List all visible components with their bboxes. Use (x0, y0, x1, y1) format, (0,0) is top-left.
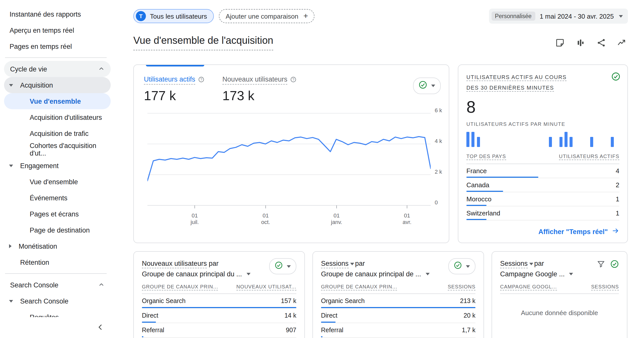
sidebar-item-acquisition-cohorts[interactable]: Cohortes d'acquisition d'ut... (4, 141, 111, 158)
share-icon[interactable] (596, 37, 606, 48)
help-icon[interactable]: ? (198, 76, 204, 84)
topbar: T Tous les utilisateurs Ajouter une comp… (116, 0, 644, 24)
data-quality-dropdown[interactable] (413, 78, 441, 94)
chevron-down-icon (569, 273, 573, 275)
card-title: Sessionspar Groupe de canaux principal d… (321, 258, 431, 279)
sidebar-item-reports-snapshot[interactable]: Instantané des rapports (0, 6, 116, 22)
row-bar (142, 336, 143, 337)
sidebar-item-monetisation[interactable]: Monétisation (4, 238, 111, 254)
sidebar-item-acquisition[interactable]: Acquisition (4, 77, 111, 93)
chevron-up-icon (99, 65, 104, 73)
filter-icon[interactable] (597, 260, 605, 270)
new-users-by-channel-card: Nouveaux utilisateurs par Groupe de cana… (133, 251, 305, 338)
row-bar (321, 336, 323, 337)
plus-icon: + (303, 12, 308, 20)
sidebar: Instantané des rapports Aperçu en temps … (0, 0, 116, 338)
minute-bar (477, 137, 480, 147)
country-bar (466, 177, 538, 178)
dimension-dropdown[interactable]: Campagne Google ... (500, 269, 574, 279)
data-quality-dropdown[interactable] (448, 258, 475, 274)
all-users-chip[interactable]: T Tous les utilisateurs (133, 9, 214, 23)
sidebar-item-realtime-pages[interactable]: Pages en temps réel (0, 38, 116, 54)
realtime-card: UTILISATEURS ACTIFS AU COURS DES 30 DERN… (458, 64, 628, 243)
bar-chart-icon[interactable] (576, 37, 586, 48)
minute-bar (570, 137, 573, 147)
country-bar (466, 205, 486, 206)
sidebar-item-acquisition-overview[interactable]: Vue d'ensemble (4, 93, 111, 109)
chevron-down-icon (247, 273, 251, 275)
metric-value: 177 k (144, 88, 204, 104)
table-row[interactable]: Direct14 k (142, 309, 296, 323)
active-tab-indicator (146, 65, 204, 66)
y-axis-tick: 0 (435, 199, 448, 205)
expand-arrow-icon (9, 84, 13, 86)
table-header: GROUPE DE CANAUX PRIN... NOUVEAUX UTILIS… (142, 284, 296, 294)
chevron-down-icon (619, 15, 623, 17)
country-bar (466, 191, 503, 192)
avatar: T (136, 11, 146, 21)
country-row[interactable]: Canada2 (466, 178, 619, 192)
check-circle-icon[interactable] (611, 72, 620, 83)
date-range-picker[interactable]: Personnalisée 1 mai 2024 - 30 avr. 2025 (489, 9, 628, 24)
sidebar-item-realtime-overview[interactable]: Aperçu en temps réel (0, 22, 116, 38)
sidebar-item-traffic-acquisition[interactable]: Acquisition de trafic (4, 125, 111, 141)
sidebar-item-pages-screens[interactable]: Pages et écrans (4, 206, 111, 222)
country-row[interactable]: France4 (466, 164, 619, 178)
sidebar-item-events[interactable]: Événements (4, 190, 111, 206)
check-circle-icon (454, 261, 462, 271)
sidebar-section-lifecycle[interactable]: Cycle de vie (4, 61, 111, 77)
table-row[interactable]: Organic Search157 k (142, 294, 296, 309)
sidebar-item-retention[interactable]: Rétention (4, 254, 111, 270)
x-axis-tick: 01oct. (255, 212, 277, 226)
date-range-value: 1 mai 2024 - 30 avr. 2025 (540, 12, 614, 20)
sidebar-item-landing-page[interactable]: Page de destination (4, 222, 111, 238)
table-row[interactable]: Direct20 k (321, 309, 475, 323)
check-circle-icon (419, 81, 427, 91)
title-icons (555, 37, 627, 48)
sidebar-item-search-console[interactable]: Search Console (4, 293, 111, 309)
card-title: Sessionspar Campagne Google ... (500, 258, 574, 279)
y-axis-tick: 2 k (435, 169, 448, 175)
sidebar-item-user-acquisition[interactable]: Acquisition d'utilisateurs (4, 109, 111, 125)
divider (5, 273, 107, 274)
country-row[interactable]: Morocco1 (466, 192, 619, 206)
notes-icon[interactable] (555, 37, 565, 48)
chevron-down-icon (350, 263, 354, 265)
y-axis-tick: 6 k (435, 107, 448, 113)
row-bar (321, 322, 336, 323)
view-realtime-link[interactable]: Afficher "Temps réel" (538, 227, 619, 236)
minute-bar (611, 137, 614, 147)
chevron-up-icon (99, 281, 104, 289)
arrow-right-icon (612, 227, 619, 236)
sidebar-collapse-bar (0, 317, 116, 338)
country-row[interactable]: Switzerland1 (466, 206, 619, 220)
expand-arrow-icon (9, 300, 13, 302)
realtime-active-users-value: 8 (466, 98, 619, 117)
metric-new-users[interactable]: Nouveaux utilisateurs ? 173 k (222, 76, 296, 104)
svg-text:?: ? (200, 77, 202, 81)
metric-active-users[interactable]: Utilisateurs actifs ? 177 k (144, 76, 204, 104)
insights-icon[interactable] (617, 37, 627, 48)
check-circle-icon[interactable] (610, 260, 619, 270)
table-row[interactable]: Organic Search213 k (321, 294, 475, 309)
x-axis-tick: 01juil. (184, 212, 206, 226)
cards-row-2: Nouveaux utilisateurs par Groupe de cana… (116, 251, 644, 338)
collapse-sidebar-button[interactable] (97, 323, 104, 332)
dimension-dropdown[interactable]: Groupe de canaux principal du ... (142, 269, 252, 279)
sidebar-section-search-console[interactable]: Search Console (4, 277, 111, 293)
dimension-dropdown[interactable]: Groupe de canaux principal de ... (321, 269, 431, 279)
cards-row-1: Utilisateurs actifs ? 177 k Nouveaux uti… (116, 64, 644, 243)
help-icon[interactable]: ? (290, 76, 296, 84)
date-mode-badge: Personnalisée (491, 12, 535, 21)
minute-bar (565, 132, 568, 147)
sidebar-item-engagement[interactable]: Engagement (4, 158, 111, 174)
sidebar-item-engagement-overview[interactable]: Vue d'ensemble (4, 174, 111, 190)
check-circle-icon (275, 261, 283, 271)
table-row[interactable]: Referral1,7 k (321, 323, 475, 338)
country-bar (466, 219, 486, 220)
data-quality-dropdown[interactable] (269, 258, 296, 274)
table-row[interactable]: Referral907 (142, 323, 296, 338)
title-row: Vue d'ensemble de l'acquisition (116, 35, 644, 50)
add-comparison-chip[interactable]: Ajouter une comparaison + (219, 9, 315, 23)
countries-table-header: TOP DES PAYS UTILISATEURS ACTIFS (466, 154, 619, 164)
